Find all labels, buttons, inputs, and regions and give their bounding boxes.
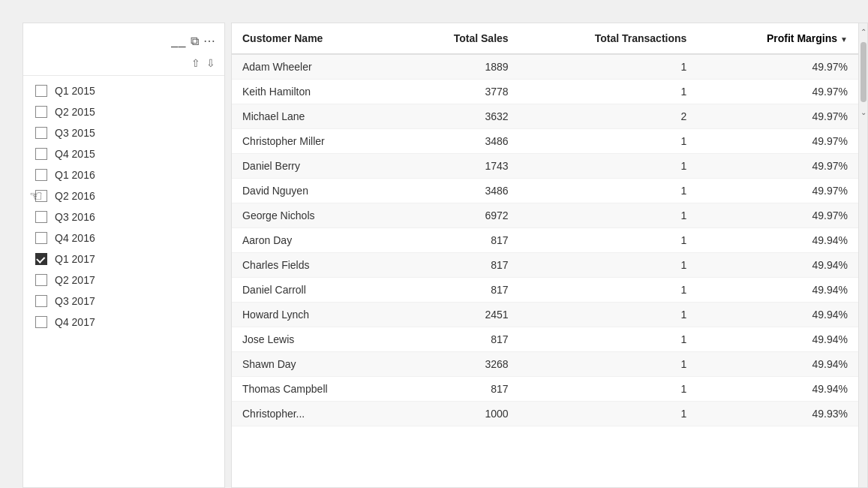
checkbox-q1-2015[interactable] (35, 85, 47, 97)
checkbox-q4-2016[interactable] (35, 232, 47, 244)
checkbox-q3-2017[interactable] (35, 295, 47, 307)
sidebar-item-q4-2015[interactable]: Q4 2015 (23, 143, 224, 164)
table-row[interactable]: Keith Hamilton3778149.97% (232, 80, 858, 104)
cell-profit-margins: 49.97% (697, 104, 858, 129)
checkbox-q2-2017[interactable] (35, 274, 47, 286)
sidebar-item-q4-2016[interactable]: Q4 2016 (23, 227, 224, 249)
item-label-q3-2017: Q3 2017 (55, 295, 95, 307)
checkbox-q1-2016[interactable] (35, 169, 47, 181)
cell-total-transactions: 2 (519, 104, 698, 129)
checkbox-q3-2015[interactable] (35, 127, 47, 139)
table-row[interactable]: Howard Lynch2451149.94% (232, 303, 858, 327)
item-label-q2-2016: Q2 2016 (55, 190, 95, 202)
sidebar-item-q1-2015[interactable]: Q1 2015 (23, 80, 224, 101)
cell-profit-margins: 49.94% (697, 377, 858, 402)
cell-profit-margins: 49.94% (697, 253, 858, 278)
cell-total-sales: 6972 (399, 203, 518, 228)
cell-profit-margins: 49.94% (697, 278, 858, 303)
data-table: Customer NameTotal SalesTotal Transactio… (232, 23, 858, 426)
table-row[interactable]: Daniel Berry1743149.97% (232, 154, 858, 179)
checkbox-q4-2015[interactable] (35, 148, 47, 160)
table-row[interactable]: David Nguyen3486149.97% (232, 179, 858, 203)
scrollbar-down-arrow[interactable]: ⌄ (857, 105, 868, 119)
sidebar-item-q2-2015[interactable]: Q2 2015 (23, 101, 224, 122)
cell-customer-name: Daniel Berry (232, 154, 399, 179)
app-container: ⎯⎯ ⧉ ⋯ ⇧ ⇩ Q1 2015Q2 2015Q3 2015Q4 2015Q… (0, 0, 868, 488)
sidebar-item-q1-2017[interactable]: Q1 2017 (23, 249, 224, 270)
cell-total-sales: 3778 (399, 80, 518, 104)
cell-customer-name: Aaron Day (232, 228, 399, 253)
cell-total-sales: 3486 (399, 179, 518, 203)
sidebar-header: ⇧ ⇩ (23, 54, 224, 76)
cell-total-sales: 1000 (399, 402, 518, 426)
table-row[interactable]: Thomas Campbell817149.94% (232, 377, 858, 402)
cell-total-sales: 817 (399, 377, 518, 402)
checkbox-q3-2016[interactable] (35, 211, 47, 223)
scrollbar-track[interactable]: ⌃ ⌄ (858, 23, 867, 487)
item-label-q3-2016: Q3 2016 (55, 211, 95, 223)
table-row[interactable]: Shawn Day3268149.94% (232, 352, 858, 377)
cell-customer-name: Shawn Day (232, 352, 399, 377)
cell-profit-margins: 49.94% (697, 327, 858, 352)
col-header-total-transactions[interactable]: Total Transactions (519, 23, 698, 54)
cell-total-transactions: 1 (519, 402, 698, 426)
scrollbar-thumb[interactable] (860, 42, 866, 102)
item-label-q4-2016: Q4 2016 (55, 232, 95, 244)
cell-total-transactions: 1 (519, 54, 698, 80)
sidebar-item-q3-2017[interactable]: Q3 2017 (23, 291, 224, 312)
table-row[interactable]: Christopher...1000149.93% (232, 402, 858, 426)
cell-profit-margins: 49.94% (697, 228, 858, 253)
cell-total-transactions: 1 (519, 352, 698, 377)
cell-customer-name: David Nguyen (232, 179, 399, 203)
checkbox-q2-2015[interactable] (35, 106, 47, 118)
item-label-q4-2017: Q4 2017 (55, 316, 95, 328)
sidebar-item-q4-2017[interactable]: Q4 2017 (23, 312, 224, 333)
item-label-q4-2015: Q4 2015 (55, 148, 95, 160)
table-row[interactable]: Daniel Carroll817149.94% (232, 278, 858, 303)
item-label-q1-2015: Q1 2015 (55, 85, 95, 97)
cell-total-sales: 817 (399, 253, 518, 278)
item-label-q2-2015: Q2 2015 (55, 106, 95, 118)
table-wrapper[interactable]: Customer NameTotal SalesTotal Transactio… (232, 23, 858, 487)
checkbox-q4-2017[interactable] (35, 316, 47, 328)
sidebar-item-q3-2015[interactable]: Q3 2015 (23, 122, 224, 143)
main-area: Customer NameTotal SalesTotal Transactio… (231, 23, 868, 488)
table-row[interactable]: Charles Fields817149.94% (232, 253, 858, 278)
item-label-q1-2016: Q1 2016 (55, 169, 95, 181)
cell-total-transactions: 1 (519, 278, 698, 303)
scrollbar-up-arrow[interactable]: ⌃ (857, 25, 868, 39)
checkbox-q1-2017[interactable] (35, 253, 47, 265)
sidebar-item-q1-2016[interactable]: Q1 2016 (23, 164, 224, 185)
cell-customer-name: George Nichols (232, 203, 399, 228)
col-header-customer-name[interactable]: Customer Name (232, 23, 399, 54)
table-container: Customer NameTotal SalesTotal Transactio… (232, 23, 867, 487)
cell-total-sales: 3632 (399, 104, 518, 129)
expand-icon[interactable]: ⧉ (191, 35, 199, 48)
sort-asc-icon[interactable]: ⇧ (191, 57, 200, 69)
col-header-profit-margins[interactable]: Profit Margins▼ (697, 23, 858, 54)
cell-profit-margins: 49.93% (697, 402, 858, 426)
table-row[interactable]: Adam Wheeler1889149.97% (232, 54, 858, 80)
table-row[interactable]: Jose Lewis817149.94% (232, 327, 858, 352)
cell-total-transactions: 1 (519, 303, 698, 327)
more-options-icon[interactable]: ⋯ (203, 34, 215, 48)
cell-customer-name: Jose Lewis (232, 327, 399, 352)
cell-profit-margins: 49.97% (697, 54, 858, 80)
cell-customer-name: Howard Lynch (232, 303, 399, 327)
table-row[interactable]: Michael Lane3632249.97% (232, 104, 858, 129)
sidebar-item-q2-2017[interactable]: Q2 2017 (23, 270, 224, 291)
sidebar-item-q3-2016[interactable]: Q3 2016 (23, 206, 224, 227)
cell-total-transactions: 1 (519, 253, 698, 278)
sidebar-item-q2-2016[interactable]: ☜Q2 2016 (23, 185, 224, 206)
col-header-total-sales[interactable]: Total Sales (399, 23, 518, 54)
checkbox-q2-2016[interactable] (35, 190, 47, 202)
table-row[interactable]: George Nichols6972149.97% (232, 203, 858, 228)
menu-icon[interactable]: ⎯⎯ (171, 35, 186, 48)
cell-total-sales: 3268 (399, 352, 518, 377)
table-row[interactable]: Christopher Miller3486149.97% (232, 129, 858, 154)
sort-arrow-icon: ▼ (840, 35, 848, 44)
table-row[interactable]: Aaron Day817149.94% (232, 228, 858, 253)
sort-desc-icon[interactable]: ⇩ (206, 57, 215, 69)
cell-total-transactions: 1 (519, 80, 698, 104)
cell-total-sales: 817 (399, 228, 518, 253)
